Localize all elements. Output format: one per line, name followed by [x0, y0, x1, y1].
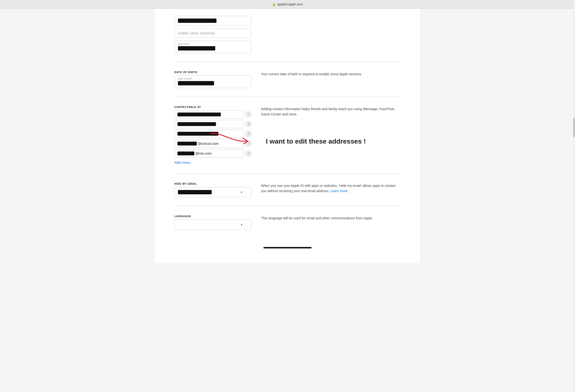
contact-redacted-1: [177, 112, 221, 116]
hide-email-label: HIDE MY EMAIL: [174, 182, 251, 185]
language-helper-text: This language will be used for email and…: [261, 216, 373, 220]
language-chevron: ▾: [241, 223, 242, 227]
dob-input-box[interactable]: date of birth: [174, 76, 251, 88]
hide-email-select-wrapper: ▾: [174, 187, 251, 197]
language-left: LANGUAGE ▾: [174, 215, 251, 230]
hide-email-chevron: ▾: [241, 191, 242, 194]
last-name-field-wrapper: last name: [174, 41, 401, 53]
middle-name-input[interactable]: [174, 28, 251, 38]
contactable-helper-text: Adding contact information helps friends…: [261, 107, 401, 117]
bottom-indicator-bar: [264, 247, 311, 248]
annotation-arrow: [206, 129, 254, 153]
language-right: This language will be used for email and…: [261, 215, 401, 221]
scrollbar-track[interactable]: [573, 0, 575, 263]
hide-email-helper-text: When you use your Apple ID with apps or …: [261, 184, 396, 193]
dob-left: DATE OF BIRTH date of birth: [174, 71, 251, 88]
name-section: last name: [174, 16, 401, 62]
language-select[interactable]: ▾: [174, 219, 251, 230]
learn-more-link[interactable]: Learn more.: [330, 189, 348, 193]
url-text: appleid.apple.com: [277, 2, 303, 6]
contactable-label: CONTACTABLE AT: [174, 106, 251, 109]
language-label: LANGUAGE: [174, 215, 251, 218]
last-name-redacted: [178, 46, 215, 50]
hide-email-section: HIDE MY EMAIL ▾ When you use your Apple …: [174, 182, 401, 206]
add-more-link[interactable]: Add more...: [174, 160, 193, 165]
contact-item-1: ?: [174, 110, 251, 119]
contact-input-2[interactable]: [174, 120, 244, 128]
dob-label: DATE OF BIRTH: [174, 71, 251, 74]
contact-question-btn-1[interactable]: ?: [246, 111, 251, 117]
dob-floating-label: date of birth: [178, 77, 248, 80]
annotation-text: I want to edit these addresses !: [266, 138, 366, 145]
contact-redacted-prefix-4: [177, 142, 197, 146]
page-content: last name DATE OF BIRTH date of birth Yo…: [155, 9, 420, 263]
language-select-wrapper: ▾: [174, 219, 251, 230]
language-section: LANGUAGE ▾ This language will be used fo…: [174, 215, 401, 238]
dob-helper-text: Your correct date of birth is required t…: [261, 71, 401, 77]
last-name-input-box[interactable]: last name: [174, 41, 251, 53]
hide-email-redacted-value: [178, 190, 212, 194]
hide-email-right: When you use your Apple ID with apps or …: [261, 182, 401, 194]
contact-input-1[interactable]: [174, 110, 244, 119]
scrollbar-thumb[interactable]: [573, 118, 575, 137]
hide-email-left: HIDE MY EMAIL ▾: [174, 182, 251, 197]
contact-item-2: ✕: [174, 120, 251, 128]
first-name-area: [174, 16, 401, 25]
dob-redacted: [178, 81, 214, 85]
hide-email-select[interactable]: ▾: [174, 187, 251, 197]
last-name-floating-label: last name: [178, 42, 248, 45]
middle-name-field-wrapper: [174, 28, 401, 38]
contactable-right: Adding contact information helps friends…: [261, 106, 401, 147]
annotation-area: I want to edit these addresses !: [261, 136, 401, 147]
language-empty-value: [178, 222, 202, 227]
browser-address-bar: 🔒 appleid.apple.com: [0, 0, 575, 9]
lock-icon: 🔒: [272, 3, 276, 6]
contactable-section: CONTACTABLE AT ? ✕ ✕: [174, 106, 401, 174]
dob-section: DATE OF BIRTH date of birth Your correct…: [174, 71, 401, 97]
contact-remove-btn-2[interactable]: ✕: [246, 121, 251, 127]
contact-redacted-prefix-5: [177, 152, 194, 155]
contact-redacted-2: [177, 122, 216, 126]
